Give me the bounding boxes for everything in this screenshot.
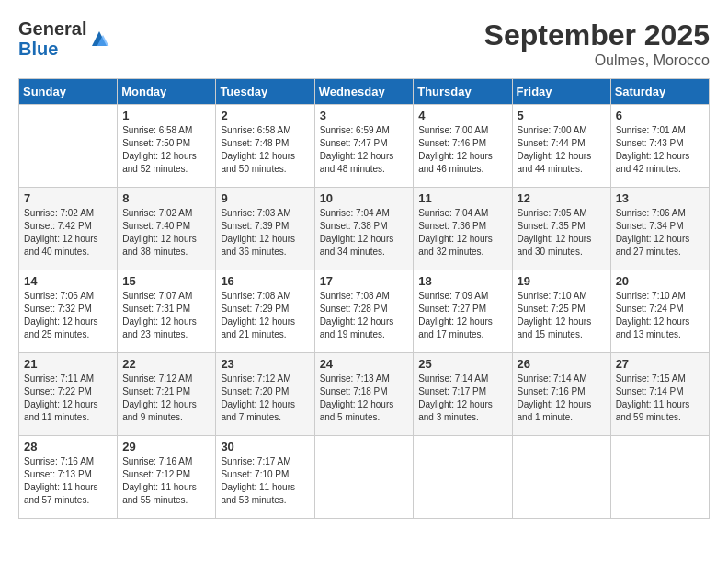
- day-info: Sunrise: 7:08 AM Sunset: 7:29 PM Dayligh…: [221, 290, 309, 341]
- day-info: Sunrise: 6:58 AM Sunset: 7:48 PM Dayligh…: [221, 124, 309, 176]
- day-number: 19: [518, 274, 606, 288]
- day-number: 2: [221, 109, 309, 122]
- calendar-cell: 21Sunrise: 7:11 AM Sunset: 7:22 PM Dayli…: [19, 353, 118, 436]
- day-number: 27: [616, 357, 704, 371]
- calendar-cell: 14Sunrise: 7:06 AM Sunset: 7:32 PM Dayli…: [19, 270, 118, 353]
- calendar-cell: [19, 105, 118, 188]
- header-day-saturday: Saturday: [610, 79, 709, 105]
- day-info: Sunrise: 7:00 AM Sunset: 7:46 PM Dayligh…: [418, 124, 506, 176]
- header-day-tuesday: Tuesday: [216, 79, 314, 105]
- calendar-cell: 10Sunrise: 7:04 AM Sunset: 7:38 PM Dayli…: [314, 188, 414, 270]
- day-info: Sunrise: 7:14 AM Sunset: 7:17 PM Dayligh…: [418, 373, 506, 424]
- day-info: Sunrise: 7:12 AM Sunset: 7:20 PM Dayligh…: [221, 373, 309, 424]
- day-info: Sunrise: 7:01 AM Sunset: 7:43 PM Dayligh…: [616, 124, 704, 176]
- day-number: 20: [616, 274, 704, 288]
- day-number: 18: [418, 274, 506, 288]
- location: Oulmes, Morocco: [484, 52, 710, 69]
- calendar-cell: 28Sunrise: 7:16 AM Sunset: 7:13 PM Dayli…: [19, 436, 118, 519]
- day-info: Sunrise: 7:03 AM Sunset: 7:39 PM Dayligh…: [221, 207, 309, 259]
- calendar-cell: 27Sunrise: 7:15 AM Sunset: 7:14 PM Dayli…: [610, 353, 709, 436]
- calendar-cell: 9Sunrise: 7:03 AM Sunset: 7:39 PM Daylig…: [216, 188, 314, 270]
- calendar-cell: 19Sunrise: 7:10 AM Sunset: 7:25 PM Dayli…: [512, 270, 610, 353]
- logo-icon: [88, 28, 110, 50]
- calendar-week-4: 21Sunrise: 7:11 AM Sunset: 7:22 PM Dayli…: [19, 353, 710, 436]
- calendar-cell: 2Sunrise: 6:58 AM Sunset: 7:48 PM Daylig…: [216, 105, 314, 188]
- header-day-wednesday: Wednesday: [314, 79, 414, 105]
- calendar-cell: 29Sunrise: 7:16 AM Sunset: 7:12 PM Dayli…: [118, 436, 216, 519]
- day-number: 3: [320, 109, 409, 122]
- day-info: Sunrise: 7:04 AM Sunset: 7:36 PM Dayligh…: [418, 207, 506, 259]
- calendar-cell: 8Sunrise: 7:02 AM Sunset: 7:40 PM Daylig…: [118, 188, 216, 270]
- day-info: Sunrise: 7:06 AM Sunset: 7:34 PM Dayligh…: [616, 207, 704, 259]
- day-info: Sunrise: 7:17 AM Sunset: 7:10 PM Dayligh…: [221, 455, 309, 507]
- day-number: 9: [221, 191, 309, 205]
- calendar-cell: 3Sunrise: 6:59 AM Sunset: 7:47 PM Daylig…: [314, 105, 414, 188]
- calendar-cell: 30Sunrise: 7:17 AM Sunset: 7:10 PM Dayli…: [216, 436, 314, 519]
- calendar-week-3: 14Sunrise: 7:06 AM Sunset: 7:32 PM Dayli…: [19, 270, 710, 353]
- calendar-cell: 18Sunrise: 7:09 AM Sunset: 7:27 PM Dayli…: [414, 270, 512, 353]
- calendar-cell: 1Sunrise: 6:58 AM Sunset: 7:50 PM Daylig…: [118, 105, 216, 188]
- day-info: Sunrise: 7:16 AM Sunset: 7:13 PM Dayligh…: [24, 455, 112, 507]
- calendar-week-2: 7Sunrise: 7:02 AM Sunset: 7:42 PM Daylig…: [19, 188, 710, 270]
- logo: GeneralBlue: [18, 18, 110, 59]
- page-header: GeneralBlue September 2025 Oulmes, Moroc…: [18, 18, 710, 69]
- day-info: Sunrise: 7:14 AM Sunset: 7:16 PM Dayligh…: [518, 373, 606, 424]
- day-number: 1: [122, 109, 210, 122]
- calendar-week-5: 28Sunrise: 7:16 AM Sunset: 7:13 PM Dayli…: [19, 436, 710, 519]
- day-number: 17: [320, 274, 409, 288]
- header-day-monday: Monday: [118, 79, 216, 105]
- day-number: 24: [320, 357, 409, 371]
- day-info: Sunrise: 7:04 AM Sunset: 7:38 PM Dayligh…: [320, 207, 409, 259]
- calendar-cell: 24Sunrise: 7:13 AM Sunset: 7:18 PM Dayli…: [314, 353, 414, 436]
- day-info: Sunrise: 7:05 AM Sunset: 7:35 PM Dayligh…: [518, 207, 606, 259]
- day-info: Sunrise: 7:10 AM Sunset: 7:25 PM Dayligh…: [518, 290, 606, 341]
- calendar-cell: 6Sunrise: 7:01 AM Sunset: 7:43 PM Daylig…: [610, 105, 709, 188]
- day-number: 15: [122, 274, 210, 288]
- logo-general-text: General: [18, 18, 86, 39]
- day-number: 5: [518, 109, 606, 122]
- calendar-cell: [414, 436, 512, 519]
- day-info: Sunrise: 6:59 AM Sunset: 7:47 PM Dayligh…: [320, 124, 409, 176]
- day-info: Sunrise: 7:00 AM Sunset: 7:44 PM Dayligh…: [518, 124, 606, 176]
- day-info: Sunrise: 7:10 AM Sunset: 7:24 PM Dayligh…: [616, 290, 704, 341]
- calendar-cell: 23Sunrise: 7:12 AM Sunset: 7:20 PM Dayli…: [216, 353, 314, 436]
- day-number: 11: [418, 191, 506, 205]
- day-number: 6: [616, 109, 704, 122]
- calendar-cell: 22Sunrise: 7:12 AM Sunset: 7:21 PM Dayli…: [118, 353, 216, 436]
- calendar-cell: 20Sunrise: 7:10 AM Sunset: 7:24 PM Dayli…: [610, 270, 709, 353]
- calendar-cell: 11Sunrise: 7:04 AM Sunset: 7:36 PM Dayli…: [414, 188, 512, 270]
- calendar-cell: 17Sunrise: 7:08 AM Sunset: 7:28 PM Dayli…: [314, 270, 414, 353]
- day-info: Sunrise: 7:12 AM Sunset: 7:21 PM Dayligh…: [122, 373, 210, 424]
- day-info: Sunrise: 7:02 AM Sunset: 7:40 PM Dayligh…: [122, 207, 210, 259]
- day-number: 22: [122, 357, 210, 371]
- calendar-cell: [610, 436, 709, 519]
- day-info: Sunrise: 7:08 AM Sunset: 7:28 PM Dayligh…: [320, 290, 409, 341]
- header-day-friday: Friday: [512, 79, 610, 105]
- month-title: September 2025: [484, 18, 710, 52]
- day-info: Sunrise: 6:58 AM Sunset: 7:50 PM Dayligh…: [122, 124, 210, 176]
- day-info: Sunrise: 7:02 AM Sunset: 7:42 PM Dayligh…: [24, 207, 112, 259]
- day-info: Sunrise: 7:06 AM Sunset: 7:32 PM Dayligh…: [24, 290, 112, 341]
- day-number: 12: [518, 191, 606, 205]
- calendar-cell: 13Sunrise: 7:06 AM Sunset: 7:34 PM Dayli…: [610, 188, 709, 270]
- calendar-week-1: 1Sunrise: 6:58 AM Sunset: 7:50 PM Daylig…: [19, 105, 710, 188]
- calendar-cell: 12Sunrise: 7:05 AM Sunset: 7:35 PM Dayli…: [512, 188, 610, 270]
- day-number: 8: [122, 191, 210, 205]
- day-number: 26: [518, 357, 606, 371]
- calendar-cell: 25Sunrise: 7:14 AM Sunset: 7:17 PM Dayli…: [414, 353, 512, 436]
- calendar-cell: 5Sunrise: 7:00 AM Sunset: 7:44 PM Daylig…: [512, 105, 610, 188]
- day-number: 29: [122, 440, 210, 454]
- calendar-header: SundayMondayTuesdayWednesdayThursdayFrid…: [19, 79, 710, 105]
- day-number: 7: [24, 191, 112, 205]
- day-number: 21: [24, 357, 112, 371]
- day-info: Sunrise: 7:16 AM Sunset: 7:12 PM Dayligh…: [122, 455, 210, 507]
- day-number: 28: [24, 440, 112, 454]
- day-number: 10: [320, 191, 409, 205]
- calendar-cell: [314, 436, 414, 519]
- header-day-thursday: Thursday: [414, 79, 512, 105]
- calendar-cell: 4Sunrise: 7:00 AM Sunset: 7:46 PM Daylig…: [414, 105, 512, 188]
- calendar-cell: 15Sunrise: 7:07 AM Sunset: 7:31 PM Dayli…: [118, 270, 216, 353]
- header-row: SundayMondayTuesdayWednesdayThursdayFrid…: [19, 79, 710, 105]
- logo-blue-text: Blue: [18, 39, 86, 59]
- day-number: 14: [24, 274, 112, 288]
